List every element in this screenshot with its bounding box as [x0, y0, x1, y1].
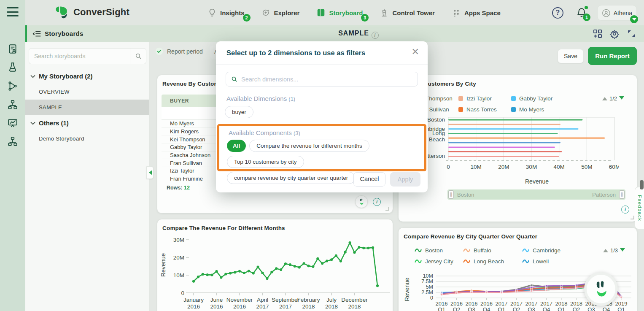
sidebar-collapse-handle[interactable]: [146, 166, 154, 179]
chevron-down-icon[interactable]: [630, 15, 638, 23]
y-axis-label: Revenue: [160, 253, 167, 277]
user-name: Athena: [614, 10, 632, 16]
settings-gear-icon[interactable]: [609, 29, 620, 39]
sidebar-item-sample[interactable]: SAMPLE: [25, 100, 149, 115]
nav-item-explorer[interactable]: Explorer: [261, 8, 300, 17]
storyboard-search-input[interactable]: [29, 53, 130, 59]
legend-item-cambridge[interactable]: Cambridge: [522, 245, 577, 256]
storyboard-info-icon[interactable]: i: [372, 32, 379, 39]
workflow-branch-icon[interactable]: [7, 81, 18, 92]
slider-handle-left[interactable]: ||: [448, 190, 454, 199]
resize-handle[interactable]: [631, 216, 634, 219]
legend-item-boston[interactable]: Boston: [415, 245, 463, 256]
chevron-down-icon: [30, 75, 35, 78]
tower-icon: [380, 8, 389, 17]
slider-handle-right[interactable]: ||: [619, 190, 625, 199]
feedback-tab[interactable]: Feedback: [635, 187, 644, 229]
fullscreen-expand-icon[interactable]: [626, 29, 636, 39]
widget-title: Revenue By Customer: [162, 81, 225, 87]
legend-page-up-icon[interactable]: [603, 246, 608, 252]
widget-info-icon[interactable]: i: [373, 198, 381, 206]
legend-wave-marker: [463, 259, 470, 264]
org-chart-icon[interactable]: [7, 99, 18, 110]
legend-item-nass-torres[interactable]: Nass Torres: [458, 104, 511, 115]
dimension-search: [226, 72, 418, 87]
add-widget-icon[interactable]: [593, 29, 603, 39]
svg-text:30M: 30M: [526, 164, 537, 170]
svg-text:2016: 2016: [210, 303, 223, 310]
run-report-button[interactable]: Run Report: [588, 47, 637, 65]
storyboard-icon: [316, 8, 326, 17]
legend-page-up-icon[interactable]: [602, 95, 607, 100]
svg-text:Q4: Q4: [603, 306, 610, 311]
category-range-slider[interactable]: || Boston Patterson ||: [447, 189, 625, 200]
search-icon[interactable]: [130, 49, 146, 64]
x-axis-label: Revenue: [525, 178, 549, 185]
component-chip-compare-revenue-by-city-quarter-over-quarter[interactable]: compare revenue by city quarter over qua…: [227, 172, 355, 184]
brand-name: ConverSight: [73, 7, 129, 18]
help-icon[interactable]: ?: [552, 7, 563, 19]
legend-item-jersey-city[interactable]: Jersey City: [415, 256, 463, 267]
resize-handle[interactable]: [385, 207, 389, 211]
dimension-search-input[interactable]: [241, 76, 412, 83]
svg-text:10M: 10M: [173, 272, 184, 279]
dimension-chip-buyer[interactable]: buyer: [225, 106, 253, 118]
hamburger-menu-icon[interactable]: [7, 7, 19, 16]
nav-item-storyboard[interactable]: Storyboard3: [316, 8, 363, 17]
svg-text:50M: 50M: [581, 164, 592, 170]
legend-item-mo-myers[interactable]: Mo Myers: [511, 104, 579, 115]
active-accent-bar: [25, 25, 27, 42]
component-chip-all[interactable]: All: [227, 140, 246, 152]
legend-item-buffalo[interactable]: Buffalo: [463, 245, 522, 256]
presentation-chart-icon[interactable]: [7, 118, 18, 129]
top10-bar-chart[interactable]: BostonCambridgeLongBeachPatterson010M20M…: [420, 116, 619, 173]
flask-icon[interactable]: [7, 62, 18, 73]
apps-icon: [452, 8, 461, 17]
legend-item-long-beach[interactable]: Long Beach: [463, 256, 522, 267]
sidebar-item-overview[interactable]: OVERVIEW: [25, 84, 149, 100]
svg-text:2019: 2019: [615, 300, 628, 307]
component-chip-compare-the-revenue-for-different-months[interactable]: Compare the revenue for different months: [249, 140, 369, 152]
athena-widget-button[interactable]: [355, 195, 368, 208]
component-chip-top-10-customers-by-city[interactable]: Top 10 customers by city: [227, 156, 304, 168]
svg-text:December: December: [341, 297, 368, 303]
cancel-button[interactable]: Cancel: [353, 172, 385, 187]
report-doc-icon[interactable]: [7, 43, 18, 54]
storyboard-tree: My Storyboard (2)OVERVIEWSAMPLEOthers (1…: [25, 68, 149, 146]
monthly-revenue-line-chart[interactable]: 010M20M30MJanuary2016June2016November201…: [169, 232, 393, 311]
top10-legend: Kei ThompsonIzzi TaylorGabby TaylorFran …: [408, 93, 579, 115]
conversight-logo-icon: [54, 5, 69, 20]
notifications-bell-icon[interactable]: 1: [576, 7, 587, 19]
report-period-filter[interactable]: Report period: [155, 47, 203, 55]
legend-page-down-icon[interactable]: [619, 96, 624, 102]
save-button[interactable]: Save: [558, 49, 584, 63]
legend-item-gabby-taylor[interactable]: Gabby Taylor: [511, 93, 579, 104]
panel-collapse-icon[interactable]: [32, 29, 42, 38]
conversight-logo[interactable]: ConverSight: [54, 5, 129, 20]
hierarchy-icon[interactable]: [7, 136, 18, 147]
insights-icon: [207, 8, 217, 17]
legend-item-lowell[interactable]: Lowell: [522, 256, 577, 267]
widget-title: Compare The Revenue For Different Months: [162, 225, 285, 231]
tree-group-my-storyboard-2-[interactable]: My Storyboard (2): [25, 68, 149, 84]
sidebar-item-demo-storyboard[interactable]: Demo Storyboard: [25, 131, 149, 146]
scrollbar-thumb[interactable]: [640, 180, 644, 189]
nav-badge: 3: [361, 14, 369, 22]
legend-pager: 1/3: [603, 246, 625, 254]
nav-item-apps-space[interactable]: Apps Space: [452, 8, 501, 17]
storyboard-title: SAMPLEi: [295, 30, 422, 39]
report-period-label: Report period: [167, 48, 203, 55]
y-axis-label: Revenue: [404, 278, 410, 301]
legend-item-izzi-taylor[interactable]: Izzi Taylor: [458, 93, 511, 104]
modal-divider: [216, 64, 428, 65]
svg-text:Q2: Q2: [453, 306, 460, 311]
athena-assistant-button[interactable]: [584, 272, 618, 306]
legend-page-down-icon[interactable]: [620, 248, 625, 254]
nav-item-control-tower[interactable]: Control Tower: [380, 8, 435, 17]
nav-item-insights[interactable]: Insights2: [207, 8, 245, 17]
legend-wave-marker: [463, 248, 470, 253]
close-icon[interactable]: ✕: [412, 46, 419, 57]
tree-group-others-1-[interactable]: Others (1): [25, 115, 149, 131]
widget-info-icon[interactable]: i: [621, 206, 629, 214]
apply-button[interactable]: Apply: [390, 172, 420, 187]
